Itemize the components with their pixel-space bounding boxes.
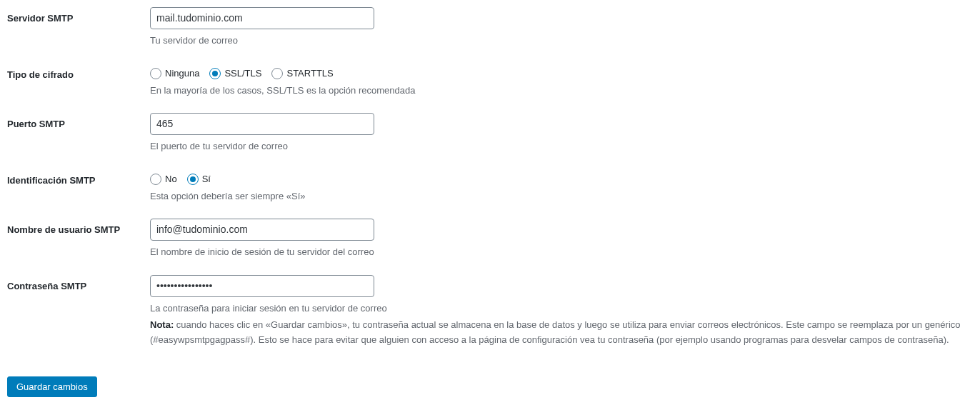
- save-button[interactable]: Guardar cambios: [7, 376, 97, 397]
- smtp-auth-row: Identificación SMTP No Sí Esta opción de…: [7, 169, 973, 204]
- smtp-username-field: El nombre de inicio de sesión de tu serv…: [150, 219, 973, 259]
- smtp-username-row: Nombre de usuario SMTP El nombre de inic…: [7, 219, 973, 259]
- encryption-starttls-radio[interactable]: STARTTLS: [271, 68, 333, 79]
- encryption-label: Tipo de cifrado: [7, 64, 150, 80]
- encryption-row: Tipo de cifrado Ninguna SSL/TLS STARTTLS…: [7, 64, 973, 98]
- note-label: Nota:: [150, 319, 174, 330]
- encryption-starttls-label: STARTTLS: [286, 68, 333, 79]
- encryption-field: Ninguna SSL/TLS STARTTLS En la mayoría d…: [150, 64, 973, 98]
- radio-icon: [187, 174, 199, 185]
- radio-icon: [209, 68, 221, 79]
- smtp-port-label: Puerto SMTP: [7, 113, 150, 129]
- smtp-password-row: Contraseña SMTP La contraseña para inici…: [7, 275, 973, 348]
- radio-icon: [150, 174, 161, 185]
- encryption-radio-group: Ninguna SSL/TLS STARTTLS: [150, 64, 973, 79]
- smtp-username-description: El nombre de inicio de sesión de tu serv…: [150, 245, 973, 259]
- note-text: cuando haces clic en «Guardar cambios», …: [150, 319, 961, 345]
- smtp-server-input[interactable]: [150, 7, 374, 29]
- encryption-description: En la mayoría de los casos, SSL/TLS es l…: [150, 84, 973, 98]
- radio-icon: [150, 68, 161, 79]
- smtp-auth-no-radio[interactable]: No: [150, 174, 177, 185]
- smtp-port-input[interactable]: [150, 113, 374, 135]
- smtp-auth-no-label: No: [165, 174, 177, 184]
- smtp-auth-field: No Sí Esta opción debería ser siempre «S…: [150, 169, 973, 204]
- smtp-server-label: Servidor SMTP: [7, 7, 150, 24]
- radio-icon: [271, 68, 283, 79]
- smtp-auth-yes-radio[interactable]: Sí: [187, 174, 211, 185]
- smtp-password-input[interactable]: [150, 275, 374, 297]
- smtp-username-label: Nombre de usuario SMTP: [7, 219, 150, 235]
- smtp-auth-description: Esta opción debería ser siempre «Sí»: [150, 189, 973, 204]
- smtp-server-row: Servidor SMTP Tu servidor de correo: [7, 7, 973, 48]
- smtp-password-field: La contraseña para iniciar sesión en tu …: [150, 275, 973, 348]
- smtp-port-row: Puerto SMTP El puerto de tu servidor de …: [7, 113, 973, 154]
- encryption-none-radio[interactable]: Ninguna: [150, 68, 199, 79]
- encryption-ssltls-radio[interactable]: SSL/TLS: [209, 68, 261, 79]
- smtp-username-input[interactable]: [150, 219, 374, 241]
- smtp-auth-label: Identificación SMTP: [7, 169, 150, 186]
- smtp-auth-yes-label: Sí: [202, 174, 211, 184]
- smtp-port-field: El puerto de tu servidor de correo: [150, 113, 973, 154]
- smtp-server-field: Tu servidor de correo: [150, 7, 973, 48]
- smtp-auth-radio-group: No Sí: [150, 169, 973, 185]
- smtp-password-description: La contraseña para iniciar sesión en tu …: [150, 301, 973, 316]
- encryption-ssltls-label: SSL/TLS: [224, 68, 261, 79]
- smtp-server-description: Tu servidor de correo: [150, 34, 973, 48]
- smtp-password-label: Contraseña SMTP: [7, 275, 150, 291]
- smtp-port-description: El puerto de tu servidor de correo: [150, 139, 973, 154]
- smtp-password-note: Nota: cuando haces clic en «Guardar camb…: [150, 318, 973, 348]
- encryption-none-label: Ninguna: [165, 68, 199, 79]
